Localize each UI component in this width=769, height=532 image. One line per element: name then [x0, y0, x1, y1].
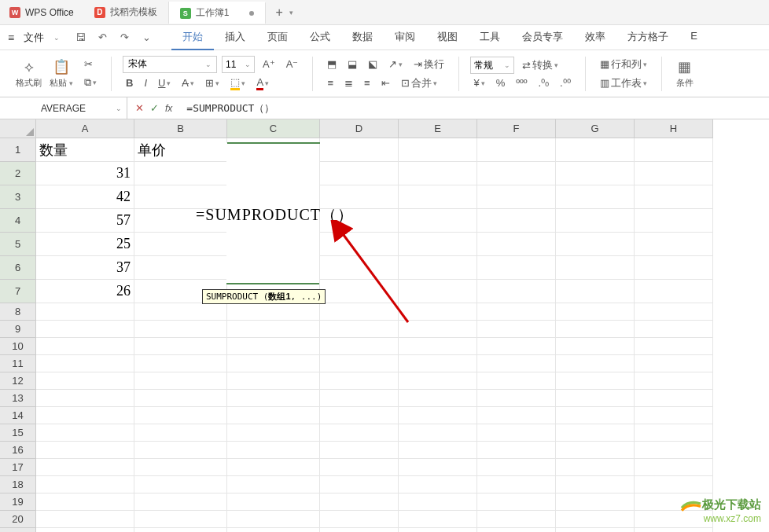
- cell-F7[interactable]: [477, 280, 556, 303]
- cell-F14[interactable]: [477, 407, 556, 424]
- cell-H2[interactable]: [635, 162, 713, 185]
- cell-D19[interactable]: [320, 493, 399, 511]
- cell-C21[interactable]: [227, 528, 320, 532]
- cell-A15[interactable]: [36, 424, 134, 442]
- align-bottom-button[interactable]: ⬕: [365, 57, 381, 72]
- cell-H15[interactable]: [635, 424, 713, 442]
- cell-E2[interactable]: [399, 162, 477, 185]
- cell-E8[interactable]: [399, 303, 477, 321]
- cell-B10[interactable]: [134, 338, 227, 355]
- orientation-button[interactable]: ↗▾: [385, 57, 406, 72]
- cell-B12[interactable]: [134, 372, 227, 390]
- cell-D17[interactable]: [320, 459, 399, 476]
- cell-H17[interactable]: [635, 459, 713, 476]
- cell-E20[interactable]: [399, 511, 477, 528]
- cell-F11[interactable]: [477, 355, 556, 372]
- cell-G14[interactable]: [556, 407, 635, 424]
- cell-B20[interactable]: [134, 511, 227, 528]
- cell-H8[interactable]: [635, 303, 713, 321]
- row-header-9[interactable]: 9: [0, 321, 36, 338]
- cell-C10[interactable]: [227, 338, 320, 355]
- decrease-font-button[interactable]: A⁻: [283, 57, 302, 72]
- cell-A3[interactable]: 42: [36, 185, 134, 209]
- cell-D21[interactable]: [320, 528, 399, 532]
- cell-F6[interactable]: [477, 256, 556, 280]
- row-header-1[interactable]: 1: [0, 138, 36, 162]
- app-tab[interactable]: W WPS Office: [0, 0, 83, 24]
- tab-data[interactable]: 数据: [341, 25, 384, 50]
- cell-B5[interactable]: [134, 233, 227, 256]
- cell-F12[interactable]: [477, 372, 556, 390]
- cell-G19[interactable]: [556, 493, 635, 511]
- cell-H4[interactable]: [635, 209, 713, 233]
- row-header-12[interactable]: 12: [0, 372, 36, 390]
- formula-confirm-button[interactable]: ✓: [150, 102, 159, 114]
- row-header-2[interactable]: 2: [0, 162, 36, 185]
- row-header-19[interactable]: 19: [0, 493, 36, 511]
- cell-B16[interactable]: [134, 442, 227, 459]
- cell-B8[interactable]: [134, 303, 227, 321]
- increase-font-button[interactable]: A⁺: [259, 57, 278, 72]
- cell-C19[interactable]: [227, 493, 320, 511]
- cell-A20[interactable]: [36, 511, 134, 528]
- cell-A8[interactable]: [36, 303, 134, 321]
- tab-page[interactable]: 页面: [256, 25, 299, 50]
- row-header-13[interactable]: 13: [0, 390, 36, 407]
- cell-E1[interactable]: [399, 138, 477, 162]
- font-name-select[interactable]: 宋体⌄: [123, 56, 217, 73]
- cell-E17[interactable]: [399, 459, 477, 476]
- cell-B1[interactable]: 单价: [134, 138, 227, 162]
- cell-E6[interactable]: [399, 256, 477, 280]
- cell-C9[interactable]: [227, 321, 320, 338]
- cell-E3[interactable]: [399, 185, 477, 209]
- cell-C8[interactable]: [227, 303, 320, 321]
- cell-B18[interactable]: [134, 476, 227, 493]
- fx-button[interactable]: fx: [165, 103, 172, 114]
- cell-A14[interactable]: [36, 407, 134, 424]
- cell-C20[interactable]: [227, 511, 320, 528]
- cell-E9[interactable]: [399, 321, 477, 338]
- column-header-E[interactable]: E: [399, 119, 477, 138]
- cell-B13[interactable]: [134, 390, 227, 407]
- undo-icon[interactable]: ↶: [94, 30, 110, 46]
- merge-button[interactable]: ⊡ 合并▾: [398, 75, 440, 92]
- row-header-11[interactable]: 11: [0, 355, 36, 372]
- cell-F16[interactable]: [477, 442, 556, 459]
- cell-C12[interactable]: [227, 372, 320, 390]
- template-tab[interactable]: D 找稻壳模板: [83, 2, 169, 24]
- row-header-21[interactable]: 21: [0, 528, 36, 532]
- cell-H12[interactable]: [635, 372, 713, 390]
- cell-D1[interactable]: [320, 138, 399, 162]
- cell-E12[interactable]: [399, 372, 477, 390]
- paste-button[interactable]: 📋 粘贴 ▾: [46, 57, 76, 90]
- workbook-tab[interactable]: S 工作簿1: [169, 2, 267, 24]
- grid-body[interactable]: 数量单价金额314257253726: [36, 138, 769, 532]
- cell-F15[interactable]: [477, 424, 556, 442]
- hamburger-icon[interactable]: ≡: [8, 31, 14, 44]
- cell-C5[interactable]: [227, 233, 320, 256]
- column-header-G[interactable]: G: [556, 119, 635, 138]
- tab-insert[interactable]: 插入: [214, 25, 256, 50]
- cell-C16[interactable]: [227, 442, 320, 459]
- cell-F17[interactable]: [477, 459, 556, 476]
- cell-B6[interactable]: [134, 256, 227, 280]
- cell-D18[interactable]: [320, 476, 399, 493]
- thousands-button[interactable]: ººº: [513, 75, 530, 90]
- cell-F13[interactable]: [477, 390, 556, 407]
- tab-efficiency[interactable]: 效率: [574, 25, 616, 50]
- tab-extra[interactable]: E: [679, 25, 697, 50]
- cell-E10[interactable]: [399, 338, 477, 355]
- cell-F2[interactable]: [477, 162, 556, 185]
- cell-E7[interactable]: [399, 280, 477, 303]
- cell-E14[interactable]: [399, 407, 477, 424]
- cell-A13[interactable]: [36, 390, 134, 407]
- cell-B11[interactable]: [134, 355, 227, 372]
- cell-C15[interactable]: [227, 424, 320, 442]
- italic-button[interactable]: I: [141, 75, 150, 90]
- cell-A9[interactable]: [36, 321, 134, 338]
- cell-H14[interactable]: [635, 407, 713, 424]
- align-left-button[interactable]: ≡: [324, 75, 337, 90]
- cell-A19[interactable]: [36, 493, 134, 511]
- row-header-17[interactable]: 17: [0, 459, 36, 476]
- row-header-8[interactable]: 8: [0, 303, 36, 321]
